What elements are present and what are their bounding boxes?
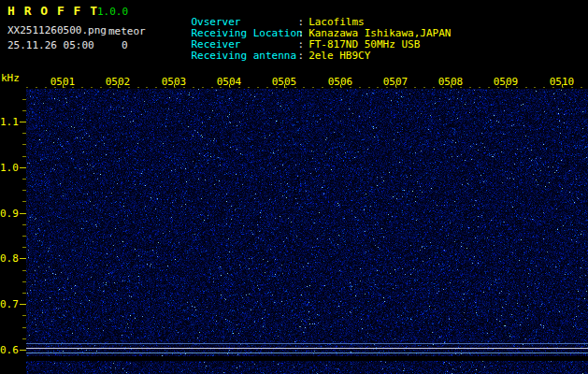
axis-tick (22, 144, 26, 145)
axis-tick (386, 87, 388, 88)
axis-tick (543, 87, 545, 88)
axis-tick (22, 190, 26, 191)
axis-tick (146, 87, 148, 88)
axis-tick (45, 87, 47, 88)
axis-tick (64, 87, 65, 88)
axis-tick (22, 327, 26, 328)
axis-tick (497, 87, 499, 88)
axis-tick (350, 87, 351, 88)
axis-tick (109, 87, 111, 88)
freq-axis-label: 0.8 (0, 252, 18, 265)
axis-tick (238, 87, 240, 88)
axis-tick (20, 258, 26, 259)
axis-tick (20, 122, 26, 122)
axis-tick (22, 156, 26, 157)
axis-tick (137, 87, 139, 88)
axis-tick (516, 87, 518, 88)
axis-tick (276, 87, 278, 88)
axis-tick (22, 247, 26, 248)
hrofft-window: H R O F F T 1.0.0 XX2511260500.png meteo… (0, 0, 588, 374)
axis-tick (423, 87, 425, 88)
axis-tick (433, 87, 435, 88)
axis-tick (100, 87, 102, 88)
axis-tick (507, 87, 509, 88)
axis-tick (36, 87, 37, 88)
axis-tick (22, 99, 26, 100)
axis-tick (220, 87, 222, 88)
antenna-row: Receiving antenna:2ele HB9CY (166, 37, 370, 74)
axis-tick (72, 87, 74, 88)
axis-tick (22, 110, 26, 111)
axis-tick (359, 87, 361, 88)
axis-tick (562, 87, 564, 88)
axis-tick (91, 87, 93, 88)
axis-tick (285, 87, 287, 88)
app-title: H R O F F T (7, 4, 98, 18)
axis-tick (581, 87, 582, 88)
axis-tick (22, 201, 26, 202)
axis-tick (469, 87, 471, 88)
antenna-label: Receiving antenna (192, 50, 298, 62)
axis-tick (202, 87, 204, 88)
axis-tick (26, 87, 28, 88)
axis-tick (395, 87, 397, 88)
axis-tick (405, 87, 407, 88)
freq-axis-label: 0.7 (0, 298, 18, 310)
axis-tick (414, 87, 416, 88)
axis-tick (248, 87, 250, 88)
axis-tick (211, 87, 213, 88)
axis-tick (571, 87, 573, 88)
axis-tick (81, 87, 83, 88)
axis-tick (368, 87, 370, 88)
axis-tick (331, 87, 333, 88)
axis-tick (377, 87, 379, 88)
axis-tick (22, 224, 26, 225)
freq-axis-label: 1.0 (0, 162, 18, 174)
axis-tick (22, 270, 26, 271)
app-version: 1.0.0 (97, 6, 128, 18)
axis-tick (119, 87, 121, 88)
axis-tick (22, 179, 26, 180)
axis-tick (322, 87, 323, 88)
separator: : (298, 50, 305, 62)
axis-tick (193, 87, 194, 88)
axis-tick (22, 236, 26, 237)
axis-tick (128, 87, 130, 88)
axis-tick (442, 87, 444, 88)
axis-tick (451, 87, 452, 88)
axis-tick (54, 87, 56, 88)
axis-tick (488, 87, 490, 88)
axis-tick (552, 87, 554, 88)
axis-tick (303, 87, 305, 88)
timestamp: 25.11.26 05:00 (7, 39, 94, 51)
freq-axis-label: 1.1 (0, 116, 18, 128)
intensity-strip-canvas (26, 361, 588, 374)
axis-tick (22, 315, 26, 316)
axis-tick (20, 167, 26, 168)
axis-tick (266, 87, 268, 88)
axis-tick (294, 87, 296, 88)
output-filename: XX2511260500.png (7, 24, 107, 36)
axis-tick (479, 87, 480, 88)
axis-tick (155, 87, 157, 88)
axis-tick (20, 213, 26, 214)
axis-tick (165, 87, 166, 88)
axis-tick (534, 87, 536, 88)
freq-axis-label: 0.6 (0, 344, 18, 356)
axis-tick (174, 87, 176, 88)
freq-unit-label: kHz (1, 72, 20, 84)
axis-tick (22, 293, 26, 294)
mode-label: meteor (108, 25, 146, 37)
axis-tick (22, 133, 26, 134)
axis-tick (257, 87, 259, 88)
spectrogram-canvas (26, 89, 588, 356)
axis-tick (22, 338, 26, 339)
axis-tick (340, 87, 342, 88)
axis-tick (525, 87, 527, 88)
axis-tick (22, 281, 26, 282)
axis-tick (183, 87, 185, 88)
axis-tick (229, 87, 231, 88)
axis-tick (20, 304, 26, 305)
antenna-value: 2ele HB9CY (308, 50, 370, 62)
axis-tick (20, 350, 26, 351)
